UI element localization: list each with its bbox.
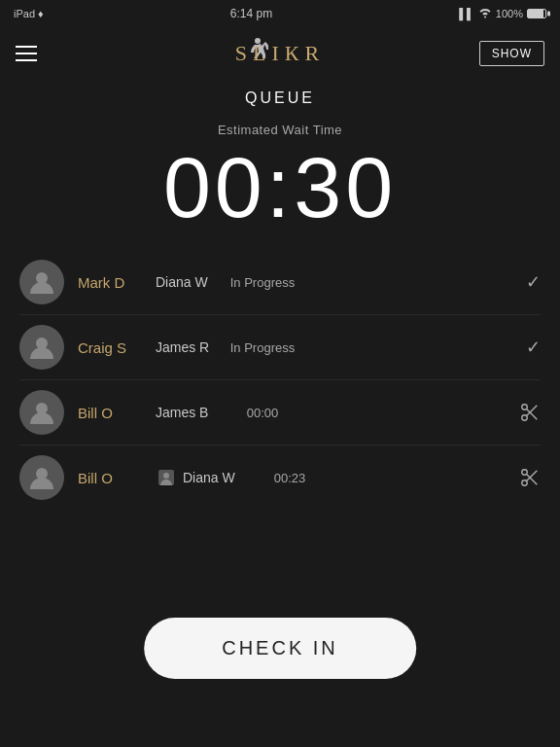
show-button[interactable]: SHOW [479, 41, 544, 66]
scissors-icon [519, 467, 541, 488]
wait-time-label: Estimated Wait Time [0, 123, 560, 137]
wifi-icon [478, 7, 492, 20]
status-time: 6:14 pm [230, 7, 272, 20]
queue-item: Bill O James B 00:00 [19, 380, 541, 445]
stylist-name: James B [156, 405, 224, 420]
status-text: 00:00 [224, 406, 301, 420]
client-name: Bill O [78, 470, 156, 486]
client-name: Craig S [78, 339, 156, 356]
status-bar: iPad ♦ 6:14 pm ▌▌ 100% [0, 0, 560, 27]
status-text: In Progress [224, 340, 301, 355]
client-name: Bill O [78, 405, 156, 421]
svg-point-5 [522, 415, 528, 421]
avatar [19, 260, 64, 304]
status-right: ▌▌ 100% [459, 7, 546, 20]
app-logo: SLIКR [235, 41, 325, 66]
checkin-container: CHECK IN [144, 618, 416, 679]
svg-point-12 [522, 480, 528, 486]
checkin-button[interactable]: CHECK IN [144, 618, 416, 679]
avatar [19, 455, 64, 500]
queue-item: Mark D Diana W In Progress ✓ [19, 250, 541, 315]
status-text: In Progress [224, 275, 301, 290]
avatar [19, 390, 64, 435]
app-header: SLIКR SHOW [0, 27, 560, 80]
battery-icon [527, 9, 546, 18]
stylist-name: Diana W [183, 470, 251, 485]
page-title: QUEUE [0, 89, 560, 107]
checkmark-icon: ✓ [526, 271, 541, 293]
scissors-icon [519, 402, 541, 423]
stylist-name: James R [156, 339, 224, 355]
wait-time-section: Estimated Wait Time 00:30 [0, 123, 560, 231]
svg-point-4 [522, 405, 528, 410]
svg-point-11 [522, 470, 528, 476]
checkmark-icon: ✓ [526, 337, 541, 358]
queue-item: Craig S James R In Progress ✓ [19, 315, 541, 380]
wait-time-display: 00:30 [0, 145, 560, 231]
signal-icon: ▌▌ [459, 8, 474, 19]
avatar [19, 325, 64, 370]
status-text: 00:23 [251, 471, 329, 485]
client-name: Mark D [78, 274, 156, 291]
queue-item: Bill O Diana W 00:23 [19, 445, 541, 510]
stylist-icon [156, 467, 177, 488]
svg-point-10 [163, 473, 169, 479]
menu-button[interactable] [16, 46, 37, 61]
battery-percentage: 100% [496, 8, 523, 19]
queue-list: Mark D Diana W In Progress ✓ Craig S Jam… [19, 250, 541, 510]
status-device: iPad ♦ [14, 8, 44, 19]
stylist-name: Diana W [156, 274, 224, 290]
